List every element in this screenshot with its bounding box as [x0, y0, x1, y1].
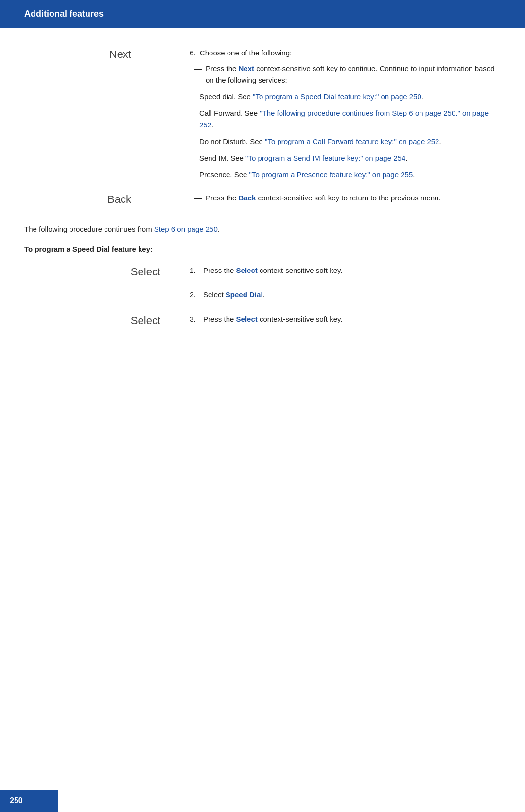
- step-2-content: 2. Select Speed Dial.: [190, 289, 501, 304]
- step-2-text: Select Speed Dial.: [203, 289, 265, 301]
- bullet-next: — Press the Next context-sensitive soft …: [190, 63, 501, 86]
- step-3-content: 3. Press the Select context-sensitive so…: [190, 313, 501, 328]
- back-content: — Press the Back context-sensitive soft …: [190, 192, 501, 209]
- page-header: Additional features: [0, 0, 525, 28]
- step-6-number: 6. Choose one of the following:: [190, 47, 501, 59]
- select-link-1[interactable]: Select: [236, 266, 258, 274]
- presence-link[interactable]: "To program a Presence feature key:" on …: [249, 170, 413, 179]
- step6-page250-link[interactable]: Step 6 on page 250: [154, 225, 218, 233]
- speed-dial-link[interactable]: "To program a Speed Dial feature key:" o…: [253, 92, 421, 101]
- next-label: Next: [24, 47, 160, 61]
- step-1-label: Select: [24, 265, 190, 278]
- step-1-text: Press the Select context-sensitive soft …: [203, 265, 343, 276]
- sub-item-presence: Presence. See "To program a Presence fea…: [190, 169, 501, 180]
- send-im-link[interactable]: "To program a Send IM feature key:" on p…: [245, 154, 405, 162]
- sub-item-call-forward: Call Forward. See "The following procedu…: [190, 108, 501, 131]
- step-1-content: 1. Press the Select context-sensitive so…: [190, 265, 501, 279]
- dash-icon: —: [194, 63, 202, 86]
- step-3-text: Press the Select context-sensitive soft …: [203, 313, 343, 325]
- page-number: 250: [10, 796, 23, 805]
- step-2-row: 2. Select Speed Dial.: [24, 289, 501, 304]
- bullet-back-text: Press the Back context-sensitive soft ke…: [206, 192, 441, 204]
- section-heading: To program a Speed Dial feature key:: [24, 245, 501, 253]
- do-not-disturb-link[interactable]: "To program a Call Forward feature key:"…: [265, 137, 439, 145]
- sub-item-speed-dial: Speed dial. See "To program a Speed Dial…: [190, 91, 501, 103]
- step-1-numbered: 1. Press the Select context-sensitive so…: [190, 265, 501, 276]
- bullet-back: — Press the Back context-sensitive soft …: [190, 192, 501, 204]
- sub-item-do-not-disturb: Do not Disturb. See "To program a Call F…: [190, 136, 501, 147]
- step-3-row: Select 3. Press the Select context-sensi…: [24, 313, 501, 328]
- speed-dial-select-link[interactable]: Speed Dial: [226, 290, 263, 299]
- bullet-next-text: Press the Next context-sensitive soft ke…: [206, 63, 501, 86]
- back-label-area: Back: [24, 192, 190, 209]
- main-content: Next 6. Choose one of the following: — P…: [0, 42, 525, 377]
- sub-item-send-im: Send IM. See "To program a Send IM featu…: [190, 152, 501, 164]
- page-footer: 250: [0, 790, 58, 812]
- step-6-block: Next 6. Choose one of the following: — P…: [24, 47, 501, 185]
- next-link[interactable]: Next: [239, 64, 255, 72]
- step-1-row: Select 1. Press the Select context-sensi…: [24, 265, 501, 279]
- select-link-3[interactable]: Select: [236, 315, 258, 323]
- step-6-content: 6. Choose one of the following: — Press …: [190, 47, 501, 185]
- step-3-numbered: 3. Press the Select context-sensitive so…: [190, 313, 501, 325]
- procedure-continues-section: The following procedure continues from S…: [24, 223, 501, 253]
- procedure-continues-text: The following procedure continues from S…: [24, 223, 501, 235]
- step-6-label-area: Next: [24, 47, 190, 185]
- header-title: Additional features: [24, 9, 104, 18]
- step-2-label: [24, 289, 190, 290]
- back-link[interactable]: Back: [239, 194, 256, 202]
- step-3-label: Select: [24, 313, 190, 327]
- step-2-numbered: 2. Select Speed Dial.: [190, 289, 501, 301]
- back-block: Back — Press the Back context-sensitive …: [24, 192, 501, 209]
- dash-icon-2: —: [194, 192, 202, 204]
- back-label: Back: [24, 192, 160, 206]
